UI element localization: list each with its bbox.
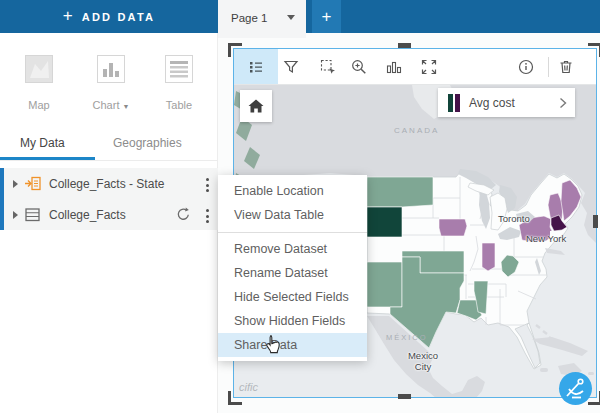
selection-bracket <box>228 43 242 57</box>
add-data-button[interactable]: + ADD DATA <box>0 0 218 33</box>
dataset-options-kebab-icon[interactable] <box>204 176 211 194</box>
delete-button[interactable] <box>557 58 575 80</box>
dataset-list: College_Facts - State College_Facts <box>0 168 218 230</box>
selection-icon <box>319 58 337 76</box>
info-button[interactable] <box>517 58 535 80</box>
map-tool-button[interactable] <box>25 55 53 83</box>
plus-icon: + <box>322 7 332 27</box>
state-new-mexico <box>367 262 402 307</box>
selection-bracket <box>588 43 600 57</box>
menu-item-view-data-table[interactable]: View Data Table <box>218 203 367 227</box>
app: + ADD DATA Page 1 + Map Chart ▼ Table My… <box>0 0 600 413</box>
chevron-down-icon[interactable] <box>287 15 295 20</box>
map-label-mexico: MÉXICO <box>386 333 428 342</box>
legend-chip[interactable]: Avg cost <box>438 88 575 117</box>
dataset-name: College_Facts - State <box>49 177 164 191</box>
map-label-toronto: Toronto <box>498 213 530 224</box>
expand-caret-icon[interactable] <box>13 180 18 188</box>
tab-my-data[interactable]: My Data <box>20 136 65 150</box>
filter-icon <box>282 58 300 76</box>
dataset-row-college-facts-state[interactable]: College_Facts - State <box>0 168 218 199</box>
new-page-tab-button[interactable]: + <box>312 0 341 33</box>
menu-item-show-hidden-fields[interactable]: Show Hidden Fields <box>218 309 367 333</box>
dataset-name: College_Facts <box>49 208 126 222</box>
map-label-mexico-city: Mexico City <box>400 351 446 372</box>
divider <box>0 160 218 161</box>
menu-item-remove-dataset[interactable]: Remove Dataset <box>218 237 367 261</box>
menu-item-hide-selected-fields[interactable]: Hide Selected Fields <box>218 285 367 309</box>
menu-separator <box>218 232 367 233</box>
dataset-options-kebab-icon[interactable] <box>204 207 211 225</box>
table-tool-button[interactable] <box>165 55 193 83</box>
dataset-row-college-facts[interactable]: College_Facts <box>0 199 218 230</box>
chart-tool-label: Chart ▼ <box>85 99 137 111</box>
maximize-icon <box>420 58 438 76</box>
expand-caret-icon[interactable] <box>13 211 18 219</box>
menu-item-share-data[interactable]: Share Data <box>218 333 367 357</box>
add-data-label: ADD DATA <box>82 11 155 23</box>
resize-handle-bottom[interactable] <box>398 394 411 399</box>
state-iowa <box>439 219 467 236</box>
selection-button[interactable] <box>319 58 337 80</box>
table-icon <box>24 206 41 223</box>
hand-cursor <box>262 334 282 360</box>
legend-color-bars-icon <box>448 94 460 112</box>
maximize-button[interactable] <box>420 58 438 80</box>
zoom-in-icon <box>350 58 368 76</box>
table-tool-label: Table <box>159 99 199 111</box>
map-icon <box>26 56 52 82</box>
map-label-canada: CANADA <box>394 126 439 135</box>
info-icon <box>517 58 535 76</box>
state-indiana <box>482 243 495 271</box>
selected-datasets-indicator <box>0 168 4 230</box>
legend-field-label: Avg cost <box>469 96 515 110</box>
resize-handle-top[interactable] <box>398 43 411 48</box>
trash-icon <box>557 58 575 76</box>
chart-view-button[interactable] <box>385 58 403 80</box>
dataset-context-menu: Enable Location View Data Table Remove D… <box>218 175 367 361</box>
resize-handle-right[interactable] <box>593 215 598 228</box>
card-toolbar <box>234 49 596 85</box>
chart-icon <box>98 56 124 82</box>
menu-item-rename-dataset[interactable]: Rename Dataset <box>218 261 367 285</box>
tab-geographies[interactable]: Geographies <box>113 136 182 150</box>
sextant-icon <box>559 372 592 405</box>
home-button[interactable] <box>240 90 272 122</box>
page-tab-label: Page 1 <box>231 12 267 24</box>
table-icon <box>166 56 192 82</box>
plus-icon: + <box>63 6 73 26</box>
map-tool-label: Map <box>19 99 59 111</box>
zoom-button[interactable] <box>350 58 368 80</box>
chevron-right-icon[interactable] <box>559 97 567 109</box>
menu-item-enable-location[interactable]: Enable Location <box>218 179 367 203</box>
bar-chart-icon <box>385 58 403 76</box>
legend-icon <box>247 58 265 76</box>
refresh-icon[interactable] <box>174 206 190 226</box>
sidebar: Map Chart ▼ Table My Data Geographies Co… <box>0 33 218 413</box>
state-montana <box>367 177 433 207</box>
filter-button[interactable] <box>282 58 300 80</box>
join-icon <box>24 175 41 192</box>
divider <box>548 57 549 77</box>
chart-tool-button[interactable] <box>97 55 125 83</box>
selection-bracket <box>228 391 242 405</box>
state-wyoming <box>367 207 402 237</box>
map-label-new-york: New York <box>526 233 566 244</box>
tab-page-1[interactable]: Page 1 <box>218 0 306 38</box>
chevron-down-icon: ▼ <box>123 103 130 110</box>
home-icon <box>246 96 266 116</box>
analytics-fab-button[interactable] <box>559 372 592 405</box>
